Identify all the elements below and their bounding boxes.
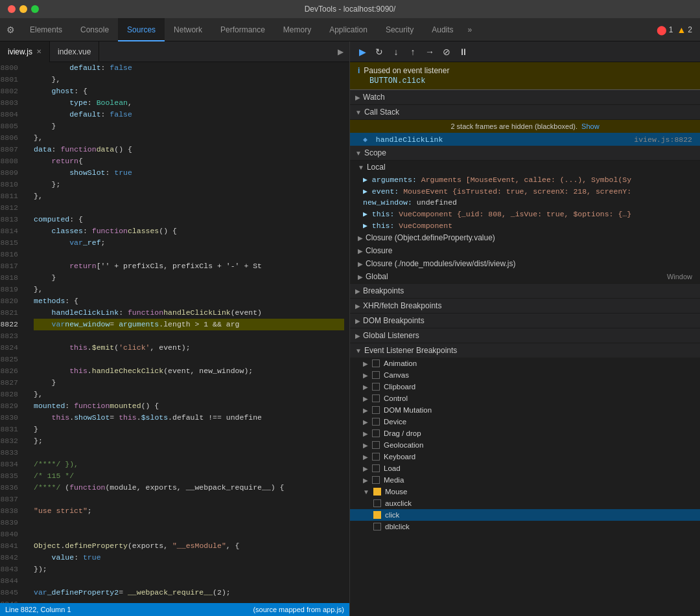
scope-group-closure1[interactable]: ▶ Closure (Object.defineProperty.value) bbox=[350, 231, 700, 244]
right-scrollable[interactable]: i Paused on event listener BUTTON.click … bbox=[350, 62, 700, 616]
close-icon[interactable]: ✕ bbox=[36, 48, 41, 55]
scope-item-new-window[interactable]: new_window: undefined bbox=[350, 197, 700, 208]
el-item-control[interactable]: ▶ Control bbox=[350, 393, 700, 404]
paused-title: i Paused on event listener bbox=[358, 66, 692, 75]
auxclick-checkbox[interactable] bbox=[373, 499, 381, 507]
canvas-checkbox[interactable] bbox=[372, 371, 380, 379]
status-bar: Line 8822, Column 1 (source mapped from … bbox=[0, 603, 349, 616]
breakpoints-header[interactable]: ▶ Breakpoints bbox=[350, 283, 700, 298]
scope-header[interactable]: ▼ Scope bbox=[350, 146, 700, 161]
media-checkbox[interactable] bbox=[372, 476, 380, 484]
el-sub-item-dblclick[interactable]: dblclick bbox=[350, 521, 700, 532]
el-item-mouse[interactable]: ▼ Mouse bbox=[350, 486, 700, 497]
clipboard-checkbox[interactable] bbox=[372, 383, 380, 391]
status-left: Line 8822, Column 1 bbox=[5, 606, 71, 613]
dblclick-checkbox[interactable] bbox=[373, 523, 381, 530]
control-checkbox[interactable] bbox=[372, 394, 380, 402]
scope-group-global[interactable]: ▶ Global Window bbox=[350, 270, 700, 283]
el-item-clipboard[interactable]: ▶ Clipboard bbox=[350, 381, 700, 393]
event-listener-breakpoints-header[interactable]: ▼ Event Listener Breakpoints bbox=[350, 343, 700, 358]
code-line: type: Boolean, bbox=[34, 97, 344, 109]
file-tab-nav[interactable]: ▶ bbox=[331, 41, 349, 62]
pause-on-exceptions[interactable]: ⏸ bbox=[456, 45, 471, 59]
xhr-breakpoints-header[interactable]: ▶ XHR/fetch Breakpoints bbox=[350, 298, 700, 313]
step-over-button[interactable]: ↻ bbox=[372, 45, 386, 59]
global-listeners-header[interactable]: ▶ Global Listeners bbox=[350, 328, 700, 343]
main-area: iview.js ✕ index.vue ▶ 8800 8801 8802 88… bbox=[0, 41, 700, 616]
el-item-animation[interactable]: ▶ Animation bbox=[350, 358, 700, 369]
tab-sources[interactable]: Sources bbox=[118, 18, 165, 41]
file-tab-index[interactable]: index.vue bbox=[50, 41, 99, 62]
scope-item-this-vuecomp[interactable]: ▶ this: VueComponent {_uid: 808, _isVue:… bbox=[350, 208, 700, 220]
el-sub-item-click[interactable]: click bbox=[350, 509, 700, 521]
left-panel: iview.js ✕ index.vue ▶ 8800 8801 8802 88… bbox=[0, 41, 350, 616]
close-button[interactable] bbox=[8, 5, 16, 13]
paused-label: Paused on event listener bbox=[364, 66, 449, 75]
watch-section-header[interactable]: ▶ Watch bbox=[350, 90, 700, 105]
minimize-button[interactable] bbox=[19, 5, 27, 13]
tab-network[interactable]: Network bbox=[165, 18, 211, 41]
code-line: data: function data() { bbox=[34, 144, 344, 155]
tab-performance[interactable]: Performance bbox=[211, 18, 274, 41]
code-line bbox=[34, 354, 344, 365]
scope-group-local[interactable]: ▼ Local bbox=[350, 161, 700, 174]
code-line: } bbox=[34, 272, 344, 284]
code-line: var _defineProperty2 = __webpack_require… bbox=[34, 587, 344, 599]
right-panel: ▶ ↻ ↓ ↑ → ⊘ ⏸ i Paused on event listener… bbox=[350, 41, 700, 616]
el-item-load[interactable]: ▶ Load bbox=[350, 462, 700, 474]
maximize-button[interactable] bbox=[31, 5, 39, 13]
resume-button[interactable]: ▶ bbox=[355, 45, 369, 59]
el-item-canvas[interactable]: ▶ Canvas bbox=[350, 369, 700, 381]
el-item-device[interactable]: ▶ Device bbox=[350, 416, 700, 428]
code-line: computed: { bbox=[34, 214, 344, 225]
debugger-toolbar: ▶ ↻ ↓ ↑ → ⊘ ⏸ bbox=[350, 41, 700, 62]
dom-breakpoints-header[interactable]: ▶ DOM Breakpoints bbox=[350, 313, 700, 328]
error-badge: ⬤ 1 bbox=[657, 25, 673, 35]
step-into-button[interactable]: ↓ bbox=[389, 45, 403, 59]
click-checkbox[interactable] bbox=[373, 511, 381, 519]
traffic-lights bbox=[8, 5, 39, 13]
el-item-geolocation[interactable]: ▶ Geolocation bbox=[350, 439, 700, 451]
el-item-dom-mutation[interactable]: ▶ DOM Mutation bbox=[350, 404, 700, 416]
step-button[interactable]: → bbox=[423, 45, 437, 59]
info-icon: i bbox=[358, 66, 360, 75]
load-checkbox[interactable] bbox=[372, 464, 380, 472]
deactivate-breakpoints[interactable]: ⊘ bbox=[439, 45, 454, 59]
tab-elements[interactable]: Elements bbox=[21, 18, 71, 41]
geolocation-checkbox[interactable] bbox=[372, 441, 380, 449]
el-item-keyboard[interactable]: ▶ Keyboard bbox=[350, 451, 700, 462]
code-line bbox=[34, 575, 344, 587]
stack-item-handleClickLink[interactable]: ◆ handleClickLink iview.js:8822 bbox=[350, 133, 700, 146]
code-line bbox=[34, 330, 344, 342]
tab-more[interactable]: » bbox=[463, 25, 478, 34]
code-content[interactable]: default: false }, ghost: { type: Boolean… bbox=[29, 62, 349, 616]
scope-item-this-vue[interactable]: ▶ this: VueComponent bbox=[350, 220, 700, 231]
code-area[interactable]: 8800 8801 8802 8803 8804 8805 8806 8807 … bbox=[0, 62, 349, 616]
keyboard-checkbox[interactable] bbox=[372, 453, 380, 461]
call-stack-header[interactable]: ▼ Call Stack bbox=[350, 105, 700, 120]
scope-local-label: Local bbox=[367, 163, 386, 172]
el-sub-item-auxclick[interactable]: auxclick bbox=[350, 497, 700, 509]
scope-item-event[interactable]: ▶ event: MouseEvent {isTrusted: true, sc… bbox=[350, 185, 700, 197]
scope-group-closure2[interactable]: ▶ Closure bbox=[350, 244, 700, 257]
scope-group-closure3[interactable]: ▶ Closure (./node_modules/iview/dist/ivi… bbox=[350, 257, 700, 270]
el-item-drag-drop[interactable]: ▶ Drag / drop bbox=[350, 428, 700, 439]
scope-global-type: Window bbox=[667, 273, 692, 280]
tab-memory[interactable]: Memory bbox=[274, 18, 320, 41]
dom-mutation-checkbox[interactable] bbox=[372, 406, 380, 414]
device-checkbox[interactable] bbox=[372, 418, 380, 426]
el-item-media[interactable]: ▶ Media bbox=[350, 474, 700, 486]
drag-drop-checkbox[interactable] bbox=[372, 429, 380, 437]
tab-audits[interactable]: Audits bbox=[423, 18, 462, 41]
code-line: Object.defineProperty(exports, "__esModu… bbox=[34, 540, 344, 552]
tab-security[interactable]: Security bbox=[377, 18, 423, 41]
mouse-checkbox[interactable] bbox=[373, 488, 381, 496]
tab-console[interactable]: Console bbox=[71, 18, 118, 41]
tab-application[interactable]: Application bbox=[320, 18, 377, 41]
show-link[interactable]: Show bbox=[581, 122, 600, 130]
animation-checkbox[interactable] bbox=[372, 359, 380, 367]
file-tab-iview[interactable]: iview.js ✕ bbox=[0, 41, 50, 62]
code-line: classes: function classes() { bbox=[34, 225, 344, 237]
scope-item-arguments[interactable]: ▶ arguments: Arguments [MouseEvent, call… bbox=[350, 174, 700, 185]
step-out-button[interactable]: ↑ bbox=[406, 45, 420, 59]
